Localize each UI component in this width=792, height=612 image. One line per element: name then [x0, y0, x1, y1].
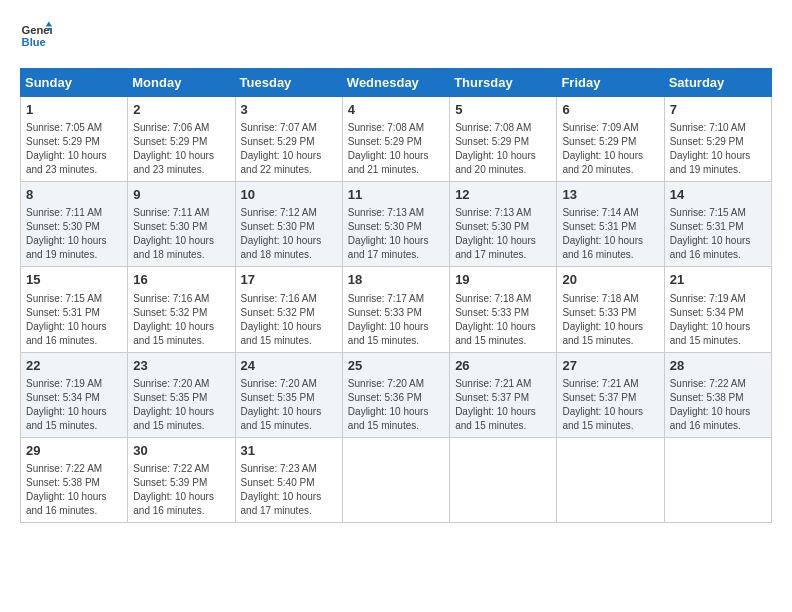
- calendar-header: SundayMondayTuesdayWednesdayThursdayFrid…: [21, 69, 772, 97]
- day-number: 28: [670, 357, 766, 375]
- day-number: 16: [133, 271, 229, 289]
- day-number: 15: [26, 271, 122, 289]
- day-info: Sunrise: 7:21 AM Sunset: 5:37 PM Dayligh…: [455, 377, 551, 433]
- calendar-cell: 9Sunrise: 7:11 AM Sunset: 5:30 PM Daylig…: [128, 182, 235, 267]
- day-number: 20: [562, 271, 658, 289]
- day-number: 3: [241, 101, 337, 119]
- day-number: 27: [562, 357, 658, 375]
- calendar-cell: 30Sunrise: 7:22 AM Sunset: 5:39 PM Dayli…: [128, 437, 235, 522]
- calendar-week-row: 29Sunrise: 7:22 AM Sunset: 5:38 PM Dayli…: [21, 437, 772, 522]
- day-info: Sunrise: 7:06 AM Sunset: 5:29 PM Dayligh…: [133, 121, 229, 177]
- weekday-header-thursday: Thursday: [450, 69, 557, 97]
- day-info: Sunrise: 7:18 AM Sunset: 5:33 PM Dayligh…: [455, 292, 551, 348]
- calendar-cell: 12Sunrise: 7:13 AM Sunset: 5:30 PM Dayli…: [450, 182, 557, 267]
- day-info: Sunrise: 7:23 AM Sunset: 5:40 PM Dayligh…: [241, 462, 337, 518]
- calendar-week-row: 22Sunrise: 7:19 AM Sunset: 5:34 PM Dayli…: [21, 352, 772, 437]
- calendar-cell: 31Sunrise: 7:23 AM Sunset: 5:40 PM Dayli…: [235, 437, 342, 522]
- day-number: 7: [670, 101, 766, 119]
- day-info: Sunrise: 7:13 AM Sunset: 5:30 PM Dayligh…: [348, 206, 444, 262]
- day-info: Sunrise: 7:20 AM Sunset: 5:36 PM Dayligh…: [348, 377, 444, 433]
- calendar-cell: 24Sunrise: 7:20 AM Sunset: 5:35 PM Dayli…: [235, 352, 342, 437]
- day-number: 29: [26, 442, 122, 460]
- day-number: 13: [562, 186, 658, 204]
- calendar-cell: 27Sunrise: 7:21 AM Sunset: 5:37 PM Dayli…: [557, 352, 664, 437]
- day-number: 9: [133, 186, 229, 204]
- day-number: 26: [455, 357, 551, 375]
- weekday-header-wednesday: Wednesday: [342, 69, 449, 97]
- calendar-cell: 1Sunrise: 7:05 AM Sunset: 5:29 PM Daylig…: [21, 97, 128, 182]
- day-info: Sunrise: 7:11 AM Sunset: 5:30 PM Dayligh…: [26, 206, 122, 262]
- day-number: 8: [26, 186, 122, 204]
- calendar-cell: [342, 437, 449, 522]
- day-number: 19: [455, 271, 551, 289]
- calendar-table: SundayMondayTuesdayWednesdayThursdayFrid…: [20, 68, 772, 523]
- calendar-week-row: 8Sunrise: 7:11 AM Sunset: 5:30 PM Daylig…: [21, 182, 772, 267]
- calendar-cell: 6Sunrise: 7:09 AM Sunset: 5:29 PM Daylig…: [557, 97, 664, 182]
- calendar-cell: 28Sunrise: 7:22 AM Sunset: 5:38 PM Dayli…: [664, 352, 771, 437]
- calendar-cell: 7Sunrise: 7:10 AM Sunset: 5:29 PM Daylig…: [664, 97, 771, 182]
- day-info: Sunrise: 7:20 AM Sunset: 5:35 PM Dayligh…: [241, 377, 337, 433]
- day-info: Sunrise: 7:14 AM Sunset: 5:31 PM Dayligh…: [562, 206, 658, 262]
- calendar-cell: 11Sunrise: 7:13 AM Sunset: 5:30 PM Dayli…: [342, 182, 449, 267]
- day-info: Sunrise: 7:21 AM Sunset: 5:37 PM Dayligh…: [562, 377, 658, 433]
- calendar-week-row: 1Sunrise: 7:05 AM Sunset: 5:29 PM Daylig…: [21, 97, 772, 182]
- day-info: Sunrise: 7:19 AM Sunset: 5:34 PM Dayligh…: [26, 377, 122, 433]
- day-info: Sunrise: 7:08 AM Sunset: 5:29 PM Dayligh…: [455, 121, 551, 177]
- weekday-header-tuesday: Tuesday: [235, 69, 342, 97]
- day-info: Sunrise: 7:05 AM Sunset: 5:29 PM Dayligh…: [26, 121, 122, 177]
- day-info: Sunrise: 7:10 AM Sunset: 5:29 PM Dayligh…: [670, 121, 766, 177]
- calendar-cell: 13Sunrise: 7:14 AM Sunset: 5:31 PM Dayli…: [557, 182, 664, 267]
- day-info: Sunrise: 7:09 AM Sunset: 5:29 PM Dayligh…: [562, 121, 658, 177]
- calendar-cell: 20Sunrise: 7:18 AM Sunset: 5:33 PM Dayli…: [557, 267, 664, 352]
- day-info: Sunrise: 7:13 AM Sunset: 5:30 PM Dayligh…: [455, 206, 551, 262]
- day-number: 4: [348, 101, 444, 119]
- day-info: Sunrise: 7:22 AM Sunset: 5:38 PM Dayligh…: [670, 377, 766, 433]
- day-number: 1: [26, 101, 122, 119]
- day-number: 6: [562, 101, 658, 119]
- calendar-cell: 10Sunrise: 7:12 AM Sunset: 5:30 PM Dayli…: [235, 182, 342, 267]
- day-number: 23: [133, 357, 229, 375]
- calendar-cell: [450, 437, 557, 522]
- calendar-cell: [664, 437, 771, 522]
- calendar-cell: 29Sunrise: 7:22 AM Sunset: 5:38 PM Dayli…: [21, 437, 128, 522]
- calendar-cell: 18Sunrise: 7:17 AM Sunset: 5:33 PM Dayli…: [342, 267, 449, 352]
- day-info: Sunrise: 7:15 AM Sunset: 5:31 PM Dayligh…: [26, 292, 122, 348]
- logo: General Blue: [20, 20, 52, 52]
- calendar-cell: 16Sunrise: 7:16 AM Sunset: 5:32 PM Dayli…: [128, 267, 235, 352]
- calendar-cell: 8Sunrise: 7:11 AM Sunset: 5:30 PM Daylig…: [21, 182, 128, 267]
- logo-icon: General Blue: [20, 20, 52, 52]
- day-info: Sunrise: 7:12 AM Sunset: 5:30 PM Dayligh…: [241, 206, 337, 262]
- day-info: Sunrise: 7:18 AM Sunset: 5:33 PM Dayligh…: [562, 292, 658, 348]
- day-info: Sunrise: 7:11 AM Sunset: 5:30 PM Dayligh…: [133, 206, 229, 262]
- day-number: 17: [241, 271, 337, 289]
- day-number: 30: [133, 442, 229, 460]
- calendar-week-row: 15Sunrise: 7:15 AM Sunset: 5:31 PM Dayli…: [21, 267, 772, 352]
- calendar-cell: 15Sunrise: 7:15 AM Sunset: 5:31 PM Dayli…: [21, 267, 128, 352]
- weekday-header-monday: Monday: [128, 69, 235, 97]
- day-number: 2: [133, 101, 229, 119]
- day-number: 5: [455, 101, 551, 119]
- day-number: 14: [670, 186, 766, 204]
- calendar-cell: 5Sunrise: 7:08 AM Sunset: 5:29 PM Daylig…: [450, 97, 557, 182]
- calendar-cell: 26Sunrise: 7:21 AM Sunset: 5:37 PM Dayli…: [450, 352, 557, 437]
- calendar-cell: 19Sunrise: 7:18 AM Sunset: 5:33 PM Dayli…: [450, 267, 557, 352]
- calendar-cell: 2Sunrise: 7:06 AM Sunset: 5:29 PM Daylig…: [128, 97, 235, 182]
- day-number: 24: [241, 357, 337, 375]
- day-info: Sunrise: 7:07 AM Sunset: 5:29 PM Dayligh…: [241, 121, 337, 177]
- day-info: Sunrise: 7:16 AM Sunset: 5:32 PM Dayligh…: [133, 292, 229, 348]
- svg-text:Blue: Blue: [22, 36, 46, 48]
- weekday-header-row: SundayMondayTuesdayWednesdayThursdayFrid…: [21, 69, 772, 97]
- day-number: 25: [348, 357, 444, 375]
- day-number: 31: [241, 442, 337, 460]
- day-info: Sunrise: 7:20 AM Sunset: 5:35 PM Dayligh…: [133, 377, 229, 433]
- weekday-header-friday: Friday: [557, 69, 664, 97]
- day-number: 22: [26, 357, 122, 375]
- calendar-cell: [557, 437, 664, 522]
- day-info: Sunrise: 7:22 AM Sunset: 5:39 PM Dayligh…: [133, 462, 229, 518]
- day-info: Sunrise: 7:22 AM Sunset: 5:38 PM Dayligh…: [26, 462, 122, 518]
- day-number: 21: [670, 271, 766, 289]
- calendar-cell: 17Sunrise: 7:16 AM Sunset: 5:32 PM Dayli…: [235, 267, 342, 352]
- day-number: 18: [348, 271, 444, 289]
- weekday-header-sunday: Sunday: [21, 69, 128, 97]
- calendar-cell: 25Sunrise: 7:20 AM Sunset: 5:36 PM Dayli…: [342, 352, 449, 437]
